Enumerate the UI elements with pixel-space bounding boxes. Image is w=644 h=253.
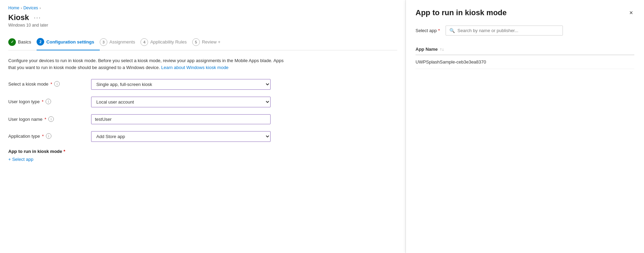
breadcrumb: Home › Devices ›: [8, 6, 397, 10]
select-app-link-text: + Select app: [8, 157, 33, 162]
flyout-select-required: *: [438, 28, 440, 33]
logon-name-input-wrapper: [91, 114, 271, 124]
app-row-name: UWPSplashSample-ceb3e3ea8370: [416, 59, 634, 65]
step-assignments[interactable]: 3 Assignments: [100, 35, 140, 50]
logon-type-field: User logon type * i Local user account A…: [8, 97, 397, 107]
logon-type-info-icon[interactable]: i: [46, 99, 51, 104]
flyout-select-row: Select app * 🔍: [416, 26, 634, 36]
step-circle-review: 5: [192, 38, 200, 46]
app-row[interactable]: UWPSplashSample-ceb3e3ea8370: [416, 55, 634, 69]
step-label-assignments: Assignments: [109, 39, 135, 45]
breadcrumb-home[interactable]: Home: [8, 6, 19, 10]
logon-type-select[interactable]: Local user account Auto logon Guest: [91, 97, 271, 107]
flyout-panel: App to run in kiosk mode × Select app * …: [406, 0, 644, 253]
app-type-label: Application type * i: [8, 131, 84, 139]
left-panel: Home › Devices › Kiosk ··· Windows 10 an…: [0, 0, 406, 253]
kiosk-mode-info-icon[interactable]: i: [54, 81, 60, 87]
app-type-input-wrapper: Add Store app Add Win32 app: [91, 131, 271, 142]
app-type-select[interactable]: Add Store app Add Win32 app: [91, 131, 271, 142]
kiosk-mode-field: Select a kiosk mode * i Single app, full…: [8, 79, 397, 90]
wizard-steps: ✓ Basics 2 Configuration settings 3 Assi…: [8, 35, 397, 50]
description-text: Configure your devices to run in kiosk m…: [8, 57, 291, 71]
kiosk-mode-select[interactable]: Single app, full-screen kiosk Multi app …: [91, 79, 271, 90]
step-circle-assignments: 3: [100, 38, 107, 46]
page-subtitle: Windows 10 and later: [8, 23, 397, 28]
logon-name-field: User logon name * i: [8, 114, 397, 124]
logon-name-info-icon[interactable]: i: [48, 116, 54, 122]
kiosk-mode-required: *: [50, 81, 52, 87]
breadcrumb-chevron-2: ›: [39, 6, 41, 10]
step-review[interactable]: 5 Review +: [192, 35, 226, 50]
step-configuration[interactable]: 2 Configuration settings: [37, 35, 100, 50]
kiosk-mode-input-wrapper: Single app, full-screen kiosk Multi app …: [91, 79, 271, 90]
search-box: 🔍: [446, 26, 563, 36]
step-label-basics: Basics: [18, 39, 31, 45]
step-circle-configuration: 2: [37, 38, 44, 46]
page-title: Kiosk: [8, 13, 29, 22]
learn-more-link[interactable]: Learn about Windows kiosk mode: [161, 65, 228, 70]
search-input[interactable]: [458, 28, 559, 33]
logon-name-label: User logon name * i: [8, 114, 84, 122]
step-circle-applicability: 4: [140, 38, 148, 46]
logon-name-input[interactable]: [91, 114, 271, 124]
step-label-configuration: Configuration settings: [46, 39, 94, 45]
logon-type-label: User logon type * i: [8, 97, 84, 104]
step-applicability[interactable]: 4 Applicability Rules: [140, 35, 192, 50]
select-app-link[interactable]: + Select app: [8, 157, 33, 162]
app-type-info-icon[interactable]: i: [46, 133, 51, 139]
app-section-required: *: [64, 149, 65, 154]
flyout-select-label: Select app *: [416, 28, 440, 33]
step-circle-basics: ✓: [8, 38, 16, 46]
page-title-row: Kiosk ···: [8, 13, 397, 22]
app-type-field: Application type * i Add Store app Add W…: [8, 131, 397, 142]
app-table-column-header: App Name ↑↓: [416, 47, 634, 52]
app-section: App to run in kiosk mode * + Select app: [8, 149, 397, 162]
step-basics[interactable]: ✓ Basics: [8, 35, 37, 50]
flyout-title: App to run in kiosk mode: [416, 8, 507, 17]
search-icon: 🔍: [449, 28, 455, 33]
app-section-heading-text: App to run in kiosk mode: [8, 149, 62, 154]
logon-type-required: *: [42, 99, 43, 104]
step-label-review: Review +: [202, 39, 221, 45]
step-label-applicability: Applicability Rules: [150, 39, 187, 45]
breadcrumb-chevron-1: ›: [21, 6, 22, 10]
flyout-header: App to run in kiosk mode ×: [416, 8, 634, 17]
sort-icon[interactable]: ↑↓: [440, 47, 444, 52]
description-text-before-link: Configure your devices to run in kiosk m…: [8, 58, 284, 70]
app-type-required: *: [42, 134, 44, 139]
breadcrumb-devices[interactable]: Devices: [23, 6, 38, 10]
logon-name-required: *: [45, 117, 46, 122]
app-section-heading: App to run in kiosk mode *: [8, 149, 397, 154]
app-table-header: App Name ↑↓: [416, 44, 634, 55]
logon-type-input-wrapper: Local user account Auto logon Guest: [91, 97, 271, 107]
kiosk-mode-label: Select a kiosk mode * i: [8, 79, 84, 87]
flyout-close-button[interactable]: ×: [628, 8, 634, 17]
ellipsis-menu[interactable]: ···: [32, 14, 42, 21]
